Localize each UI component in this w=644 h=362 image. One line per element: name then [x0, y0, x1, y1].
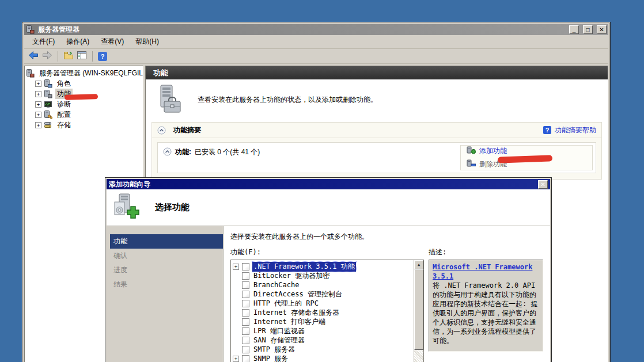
expand-icon[interactable]: + [233, 356, 239, 362]
expand-icon[interactable]: + [35, 81, 41, 87]
add-features-label: 添加功能 [479, 146, 507, 156]
dialog-close-button[interactable]: ✕ [538, 180, 548, 189]
feature-row[interactable]: + SNMP 服务 [233, 354, 414, 362]
feature-row[interactable]: + .NET Framework 3.5.1 功能 [233, 262, 414, 271]
wizard-nav-confirmation[interactable]: 确认 [107, 249, 223, 263]
checkbox[interactable] [242, 281, 249, 289]
dialog-titlebar[interactable]: 添加功能向导 ✕ [107, 179, 550, 189]
expand-icon[interactable]: + [35, 112, 41, 118]
tree-item-roles[interactable]: + 角色 [26, 78, 143, 89]
wizard-columns: 功能(F): + .NET Framework 3.5.1 功能 [230, 247, 543, 362]
configuration-icon [44, 110, 53, 119]
list-scrollbar[interactable]: ▲ [414, 260, 423, 362]
storage-icon [44, 121, 53, 129]
toolbar-separator [92, 51, 93, 62]
checkbox[interactable] [242, 309, 249, 317]
menu-help[interactable]: 帮助(H) [130, 35, 165, 48]
add-features-wizard-icon [112, 193, 140, 222]
back-icon[interactable] [28, 51, 39, 62]
menu-action[interactable]: 操作(A) [60, 35, 95, 48]
description-feature-link[interactable]: Microsoft .NET Framework 3.5.1 [433, 263, 532, 280]
tree-item-storage[interactable]: + 存储 [26, 120, 143, 130]
tree-root[interactable]: 服务器管理器 (WIN-SK9EQLFGIL [26, 68, 143, 78]
wizard-nav-results[interactable]: 结果 [107, 277, 223, 292]
checkbox[interactable] [242, 346, 249, 353]
scrollbar-track[interactable] [414, 350, 423, 362]
server-manager-app-icon [26, 25, 35, 34]
feature-row[interactable]: Internet 存储命名服务器 [233, 308, 414, 317]
feature-row[interactable]: HTTP 代理上的 RPC [233, 299, 414, 308]
tree-root-label: 服务器管理器 (WIN-SK9EQLFGIL [37, 68, 143, 78]
expand-icon[interactable]: + [35, 101, 41, 108]
tree-item-label: 配置 [55, 109, 73, 120]
feature-row[interactable]: SMTP 服务器 [233, 345, 414, 354]
help-badge-icon: ? [543, 126, 551, 134]
wizard-nav-features[interactable]: 功能 [110, 234, 223, 249]
help-link-label: 功能摘要帮助 [555, 125, 596, 135]
description-column: 描述: Microsoft .NET Framework 3.5.1 将 .NE… [429, 247, 543, 362]
feature-row[interactable]: BitLocker 驱动器加密 [233, 271, 414, 280]
features-list-items: + .NET Framework 3.5.1 功能 BitLocker 驱动器加… [231, 260, 414, 362]
remove-features-icon [467, 159, 476, 170]
features-summary-help-link[interactable]: ? 功能摘要帮助 [543, 125, 596, 135]
menu-bar: 文件(F) 操作(A) 查看(V) 帮助(H) [24, 35, 608, 49]
feature-label: DirectAccess 管理控制台 [252, 289, 343, 299]
desktop: 服务器管理器 _ □ ✕ 文件(F) 操作(A) 查看(V) 帮助(H) ? [0, 0, 644, 362]
pane-banner: 功能 [146, 66, 608, 79]
tree-item-configuration[interactable]: + 配置 [26, 109, 143, 120]
titlebar[interactable]: 服务器管理器 _ □ ✕ [24, 24, 608, 35]
wizard-nav-progress[interactable]: 进度 [107, 263, 223, 277]
scroll-up-icon[interactable]: ▲ [414, 260, 423, 269]
help-icon[interactable]: ? [98, 52, 107, 61]
scrollbar-thumb[interactable] [414, 269, 423, 350]
wizard-page-heading: 选择功能 [155, 202, 190, 213]
feature-row[interactable]: SAN 存储管理器 [233, 336, 414, 345]
menu-file[interactable]: 文件(F) [26, 35, 60, 48]
feature-row[interactable]: Internet 打印客户端 [233, 317, 414, 326]
feature-label: SAN 存储管理器 [252, 336, 306, 345]
tree-item-diagnostics[interactable]: + 诊断 [26, 99, 143, 109]
summary-title: 功能摘要 [173, 125, 539, 135]
collapse-chevron-icon[interactable] [157, 126, 166, 135]
console-view-icon[interactable] [77, 51, 87, 62]
feature-row[interactable]: DirectAccess 管理控制台 [233, 289, 414, 299]
expand-icon[interactable]: + [35, 122, 41, 128]
checkbox[interactable] [242, 300, 249, 307]
feature-label: LPR 端口监视器 [252, 326, 306, 336]
wizard-body: 功能 确认 进度 结果 选择要安装在此服务器上的一个或多个功能。 功能(F): … [107, 226, 550, 362]
checkbox[interactable] [242, 291, 249, 298]
minimize-button[interactable]: _ [569, 25, 579, 34]
checkbox[interactable] [242, 327, 249, 335]
checkbox[interactable] [242, 272, 249, 280]
feature-label: Internet 存储命名服务器 [252, 308, 340, 318]
toolbar-separator [58, 51, 58, 62]
roles-icon [44, 79, 53, 88]
feature-label: Internet 打印客户端 [252, 317, 327, 327]
intro-text: 查看安装在此服务器上功能的状态，以及添加或删除功能。 [198, 95, 377, 105]
features-summary-section: 功能摘要 ? 功能摘要帮助 功能: 已安装 0 个(共 41 个) [151, 122, 602, 180]
forward-icon[interactable] [42, 51, 52, 62]
features-list-column: 功能(F): + .NET Framework 3.5.1 功能 [230, 247, 424, 362]
dialog-title: 添加功能向导 [109, 180, 537, 189]
features-icon [44, 90, 53, 98]
description-box: Microsoft .NET Framework 3.5.1 将 .NET Fr… [429, 260, 543, 352]
maximize-button[interactable]: □ [583, 25, 593, 34]
add-features-wizard-dialog: 添加功能向导 ✕ 选择功能 功能 确认 进度 结果 选择要安装在此服务器上的一个… [105, 177, 552, 362]
features-listbox[interactable]: + .NET Framework 3.5.1 功能 BitLocker 驱动器加… [230, 260, 424, 362]
show-hide-tree-icon[interactable] [63, 51, 74, 62]
add-features-link[interactable]: 添加功能 [467, 146, 586, 157]
menu-view[interactable]: 查看(V) [95, 35, 130, 48]
expand-icon[interactable]: + [233, 264, 239, 270]
checkbox[interactable] [242, 263, 249, 270]
wizard-instruction: 选择要安装在此服务器上的一个或多个功能。 [230, 232, 543, 242]
checkbox[interactable] [242, 318, 249, 326]
collapse-chevron-icon[interactable] [163, 147, 172, 156]
description-label: 描述: [429, 247, 543, 257]
expand-icon[interactable]: + [35, 91, 41, 97]
close-button[interactable]: ✕ [597, 25, 607, 34]
checkbox[interactable] [242, 355, 249, 362]
add-features-icon [467, 146, 476, 157]
feature-row[interactable]: LPR 端口监视器 [233, 326, 414, 336]
checkbox[interactable] [242, 337, 249, 344]
feature-row[interactable]: BranchCache [233, 280, 414, 289]
